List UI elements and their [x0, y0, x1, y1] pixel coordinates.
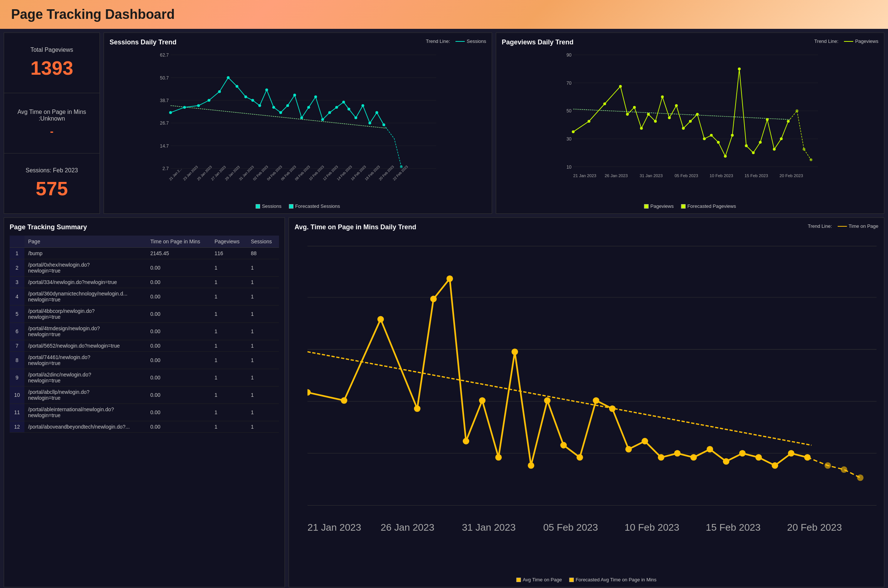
forecasted-sessions-legend-text: Forecasted Sessions [295, 203, 340, 209]
table-header-row: Page Time on Page in Mins Pageviews Sess… [10, 236, 279, 248]
svg-point-141 [690, 454, 697, 461]
avg-time-value: - [50, 126, 53, 138]
svg-point-121 [308, 389, 311, 396]
row-sessions: 1 [247, 259, 279, 277]
svg-point-19 [236, 85, 239, 88]
row-page: /portal/4tmdesign/newlogin.do? newlogin=… [24, 323, 147, 340]
svg-point-78 [654, 120, 657, 123]
table-row: 12 /portal/aboveandbeyondtech/newlogin.d… [10, 421, 279, 433]
table-row: 5 /portal/4bbcorp/newlogin.do? newlogin=… [10, 306, 279, 323]
svg-point-93 [759, 141, 762, 144]
sessions-chart-legend: Trend Line: Sessions [426, 39, 486, 44]
row-time: 0.00 [147, 404, 210, 421]
page-title: Page Tracking Dashboard [11, 7, 175, 22]
row-time: 0.00 [147, 340, 210, 352]
svg-text:10: 10 [566, 165, 572, 170]
col-page-header: Page [24, 236, 147, 248]
svg-point-16 [207, 99, 210, 102]
svg-point-18 [227, 76, 230, 79]
trend-label: Trend Line: [426, 39, 450, 44]
svg-point-97 [787, 120, 790, 123]
pageviews-svg: 90 70 50 30 10 [515, 51, 876, 191]
svg-point-79 [661, 95, 664, 98]
pv-legend-text: Pageviews [651, 203, 674, 209]
row-pageviews: 1 [211, 352, 247, 369]
row-sessions: 1 [247, 277, 279, 288]
svg-point-96 [780, 137, 783, 140]
svg-point-140 [674, 450, 681, 457]
fcast-avg-legend-text: Forecasted Avg Time on Page in Mins [576, 577, 657, 582]
svg-text:10 Feb 2023: 10 Feb 2023 [625, 522, 679, 533]
row-pageviews: 1 [211, 323, 247, 340]
row-time: 0.00 [147, 421, 210, 433]
svg-text:20 Feb 2023: 20 Feb 2023 [780, 174, 803, 178]
avg-time-box: Avg Time on Page in Mins :Unknown - [4, 93, 99, 153]
row-num: 1 [10, 248, 24, 259]
pageviews-chart-panel: Pageviews Daily Trend Trend Line: Pagevi… [496, 33, 884, 214]
summary-table-title: Page Tracking Summary [10, 224, 279, 231]
row-sessions: 88 [247, 248, 279, 259]
table-row: 6 /portal/4tmdesign/newlogin.do? newlogi… [10, 323, 279, 340]
svg-point-77 [647, 113, 650, 116]
row-sessions: 1 [247, 306, 279, 323]
svg-point-28 [300, 117, 303, 120]
svg-point-75 [633, 106, 636, 109]
fcast-avg-check [569, 578, 574, 582]
svg-point-99 [802, 148, 805, 151]
row-num: 8 [10, 352, 24, 369]
forecasted-avg-time-legend: Forecasted Avg Time on Page in Mins [569, 577, 657, 582]
avg-time-chart-panel: Avg. Time on Page in Mins Daily Trend Tr… [288, 218, 884, 587]
table-row: 9 /portal/a2dinc/newlogin.do? newlogin=t… [10, 369, 279, 387]
row-page: /portal/abcllp/newlogin.do? newlogin=tru… [24, 387, 147, 404]
svg-point-100 [810, 158, 813, 161]
avg-time-bottom-legend: Avg Time on Page Forecasted Avg Time on … [517, 577, 657, 582]
avg-time-chart-legend: Trend Line: Time on Page [808, 224, 878, 229]
avg-time-svg: 47 38 29 20 11 2 [308, 236, 876, 565]
svg-text:26 Jan 2023: 26 Jan 2023 [381, 522, 434, 533]
row-pageviews: 1 [211, 369, 247, 387]
svg-point-124 [414, 405, 421, 412]
svg-point-82 [682, 127, 685, 130]
row-time: 2145.45 [147, 248, 210, 259]
table-row: 8 /portal/74461/newlogin.do? newlogin=tr… [10, 352, 279, 369]
row-num: 5 [10, 306, 24, 323]
svg-text:21 Jan 2...: 21 Jan 2... [168, 167, 183, 181]
svg-point-24 [272, 106, 275, 109]
row-pageviews: 1 [211, 277, 247, 288]
svg-point-145 [756, 454, 762, 461]
total-pageviews-box: Total Pageviews 1393 [4, 33, 99, 93]
svg-text:21 Jan 2023: 21 Jan 2023 [308, 522, 361, 533]
table-row: 1 /bump 2145.45 116 88 [10, 248, 279, 259]
svg-point-91 [745, 144, 748, 147]
svg-point-17 [218, 90, 221, 93]
svg-text:15 Feb 2023: 15 Feb 2023 [706, 522, 761, 533]
svg-point-35 [347, 108, 350, 111]
svg-point-147 [788, 450, 795, 457]
row-pageviews: 1 [211, 404, 247, 421]
sessions-label: Sessions: Feb 2023 [26, 167, 78, 174]
svg-point-98 [795, 110, 798, 112]
svg-text:62.7: 62.7 [160, 52, 169, 58]
col-sessions-header: Sessions [247, 236, 279, 248]
svg-point-76 [640, 127, 643, 130]
svg-point-72 [604, 102, 606, 105]
svg-point-137 [625, 446, 632, 453]
svg-point-134 [577, 454, 583, 461]
svg-point-38 [368, 122, 371, 124]
row-page: /portal/74461/newlogin.do? newlogin=true [24, 352, 147, 369]
sessions-box: Sessions: Feb 2023 575 [4, 153, 99, 213]
svg-point-139 [658, 454, 664, 461]
col-num-header [10, 236, 24, 248]
svg-point-88 [724, 155, 727, 158]
avg-time-label: Avg Time on Page in Mins :Unknown [12, 109, 92, 122]
svg-point-74 [626, 113, 629, 116]
col-time-header: Time on Page in Mins [147, 236, 210, 248]
row-num: 10 [10, 387, 24, 404]
fcast-pv-legend-text: Forecasted Pageviews [687, 203, 736, 209]
svg-point-122 [341, 397, 347, 404]
svg-point-126 [446, 276, 453, 282]
row-page: /portal/360dynamictechnology/newlogin.d.… [24, 288, 147, 306]
row-time: 0.00 [147, 288, 210, 306]
sessions-legend-item: Sessions [455, 39, 486, 44]
row-sessions: 1 [247, 352, 279, 369]
